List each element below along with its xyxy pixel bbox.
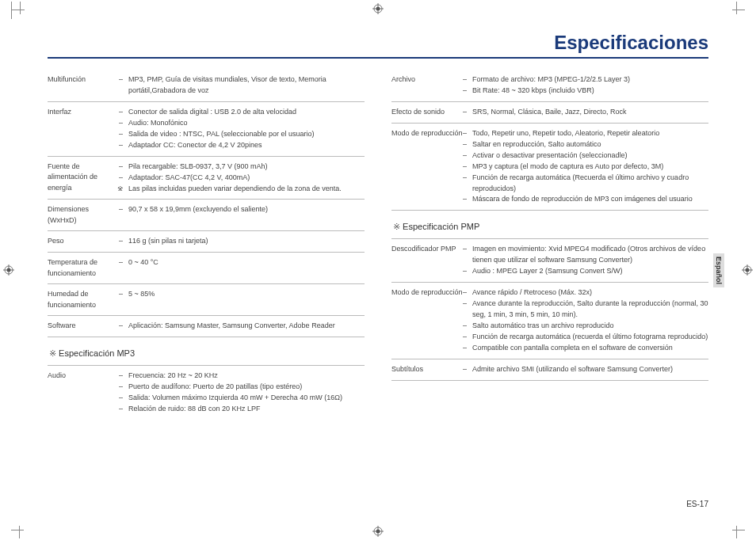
spec-item: Compatible con pantalla completa en el s… (463, 343, 708, 354)
spec-row: InterfazConector de salida digital : USB… (48, 101, 365, 156)
crop-mark (11, 2, 29, 19)
spec-row: ArchivoFormato de archivo: MP3 (MPEG-1/2… (391, 70, 708, 101)
spec-value: 0 ~ 40 °C (119, 257, 365, 279)
spec-item: Conector de salida digital : USB 2.0 de … (119, 107, 365, 118)
language-tab: Español (713, 253, 724, 287)
spec-item: Salida: Volumen máximo Izquierda 40 mW +… (119, 393, 365, 404)
spec-item: Adaptador CC: Conector de 4,2 V 20pines (119, 140, 365, 151)
spec-item: Salida de video : NTSC, PAL (seleccionab… (119, 129, 365, 140)
spec-label: Efecto de sonido (391, 107, 463, 118)
spec-value: Frecuencia: 20 Hz ~ 20 KHzPuerto de audí… (119, 371, 365, 415)
spec-label: Humedad de funcionamiento (48, 289, 119, 310)
crop-mark (727, 2, 745, 19)
registration-mark-icon (372, 526, 384, 537)
spec-item: Activar o desactivar presentación (selec… (463, 150, 708, 162)
spec-value: Conector de salida digital : USB 2.0 de … (119, 107, 365, 151)
spec-item: Audio : MPEG Layer 2 (Samsung Convert S/… (463, 266, 708, 277)
spec-value: 116 g (sin pilas ni tarjeta) (119, 236, 365, 247)
spec-row: Dimensiones (WxHxD)90,7 x 58 x 19,9mm (e… (48, 199, 365, 230)
section-heading: Especificación MP3 (48, 337, 365, 365)
spec-row: Peso116 g (sin pilas ni tarjeta) (48, 230, 365, 252)
spec-item: Relación de ruido: 88 dB con 20 KHz LPF (119, 404, 365, 415)
spec-item: Puerto de audífono: Puerto de 20 patilla… (119, 382, 365, 393)
spec-label: Fuente de alimentación de energía (48, 162, 119, 195)
spec-item: MP3 y captura (el modo de captura es Aut… (463, 162, 708, 173)
spec-item: Máscara de fondo de reproducción de MP3 … (463, 194, 708, 205)
spec-value: Formato de archivo: MP3 (MPEG-1/2/2.5 La… (463, 74, 708, 97)
spec-value: 5 ~ 85% (119, 289, 365, 310)
spec-value: Admite archivo SMI (utilizando el softwa… (463, 364, 708, 375)
spec-item: Admite archivo SMI (utilizando el softwa… (463, 364, 708, 375)
spec-item: Avance durante la reproducción, Salto du… (463, 299, 708, 321)
spec-row: SubtítulosAdmite archivo SMI (utilizando… (391, 359, 708, 380)
spec-value: Aplicación: Samsung Master, Samsung Conv… (119, 321, 365, 332)
spec-value: 90,7 x 58 x 19,9mm (excluyendo el salien… (119, 204, 365, 226)
page-title: Especificaciones (48, 32, 708, 59)
spec-row: MultifunciónMP3, PMP, Guía de visitas mu… (48, 70, 365, 101)
spec-label: Dimensiones (WxHxD) (48, 204, 119, 226)
spec-row: Humedad de funcionamiento5 ~ 85% (48, 283, 365, 315)
spec-value: Todo, Repetir uno, Repetir todo, Aleator… (463, 128, 708, 206)
columns: MultifunciónMP3, PMP, Guía de visitas mu… (48, 70, 708, 420)
spec-item: Aplicación: Samsung Master, Samsung Conv… (119, 321, 365, 332)
separator (391, 380, 708, 381)
spec-value: Pila recargable: SLB-0937, 3,7 V (900 mA… (119, 162, 365, 195)
page-body: Especificaciones MultifunciónMP3, PMP, G… (48, 32, 708, 508)
spec-value: Imagen en movimiento: Xvid MPEG4 modific… (463, 244, 708, 277)
spec-item: Función de recarga automática (recuerda … (463, 332, 708, 343)
spec-item: Adaptador: SAC-47(CC 4,2 V, 400mA) (119, 173, 365, 184)
spec-item: Formato de archivo: MP3 (MPEG-1/2/2.5 La… (463, 74, 708, 86)
spec-row: Modo de reproducciónAvance rápido / Retr… (391, 282, 708, 359)
spec-label: Descodificador PMP (391, 244, 463, 277)
left-column: MultifunciónMP3, PMP, Guía de visitas mu… (48, 70, 365, 420)
spec-row: Modo de reproducciónTodo, Repetir uno, R… (391, 123, 708, 211)
page-number: ES-17 (686, 500, 708, 508)
spec-row: Fuente de alimentación de energíaPila re… (48, 156, 365, 200)
spec-value: MP3, PMP, Guía de visitas mundiales, Vis… (119, 74, 365, 97)
spec-item: Saltar en reproducción, Salto automático (463, 139, 708, 150)
spec-item: 116 g (sin pilas ni tarjeta) (119, 236, 365, 247)
spec-item: SRS, Normal, Clásica, Baile, Jazz, Direc… (463, 107, 708, 118)
spec-value: SRS, Normal, Clásica, Baile, Jazz, Direc… (463, 107, 708, 118)
spec-item: 5 ~ 85% (119, 289, 365, 300)
spec-label: Modo de reproducción (391, 128, 463, 206)
spec-item: 90,7 x 58 x 19,9mm (excluyendo el salien… (119, 204, 365, 215)
spec-label: Peso (48, 236, 119, 247)
spec-label: Multifunción (48, 74, 119, 97)
spec-item: MP3, PMP, Guía de visitas mundiales, Vis… (119, 74, 365, 97)
spec-row: Efecto de sonidoSRS, Normal, Clásica, Ba… (391, 101, 708, 123)
spec-label: Temperatura de funcionamiento (48, 257, 119, 279)
spec-item: Pila recargable: SLB-0937, 3,7 V (900 mA… (119, 162, 365, 173)
right-column: ArchivoFormato de archivo: MP3 (MPEG-1/2… (391, 70, 708, 420)
spec-item: Función de recarga automática (Recuerda … (463, 173, 708, 195)
spec-value: Avance rápido / Retroceso (Máx. 32x)Avan… (463, 287, 708, 354)
spec-row: Temperatura de funcionamiento0 ~ 40 °C (48, 252, 365, 283)
spec-row: AudioFrecuencia: 20 Hz ~ 20 KHzPuerto de… (48, 365, 365, 420)
spec-item: Audio: Monofónico (119, 118, 365, 129)
spec-label: Audio (48, 371, 119, 415)
crop-mark (11, 521, 29, 538)
spec-label: Archivo (391, 74, 463, 97)
spec-label: Subtítulos (391, 364, 463, 375)
spec-note: Las pilas incluidas pueden variar depend… (119, 184, 365, 195)
spec-item: Imagen en movimiento: Xvid MPEG4 modific… (463, 244, 708, 266)
spec-row: Descodificador PMPImagen en movimiento: … (391, 238, 708, 282)
spec-item: Todo, Repetir uno, Repetir todo, Aleator… (463, 128, 708, 139)
spec-item: Avance rápido / Retroceso (Máx. 32x) (463, 287, 708, 299)
spec-item: Salto automático tras un archivo reprodu… (463, 321, 708, 332)
spec-label: Interfaz (48, 107, 119, 151)
spec-label: Modo de reproducción (391, 287, 463, 354)
registration-mark-icon (742, 264, 753, 276)
spec-item: Frecuencia: 20 Hz ~ 20 KHz (119, 371, 365, 382)
registration-mark-icon (372, 3, 384, 14)
registration-mark-icon (3, 264, 14, 276)
spec-label: Software (48, 321, 119, 332)
spec-row: SoftwareAplicación: Samsung Master, Sams… (48, 315, 365, 337)
section-heading: Especificación PMP (391, 211, 708, 238)
spec-item: Bit Rate: 48 ~ 320 kbps (incluido VBR) (463, 86, 708, 97)
crop-mark (727, 521, 745, 538)
spec-item: 0 ~ 40 °C (119, 257, 365, 268)
